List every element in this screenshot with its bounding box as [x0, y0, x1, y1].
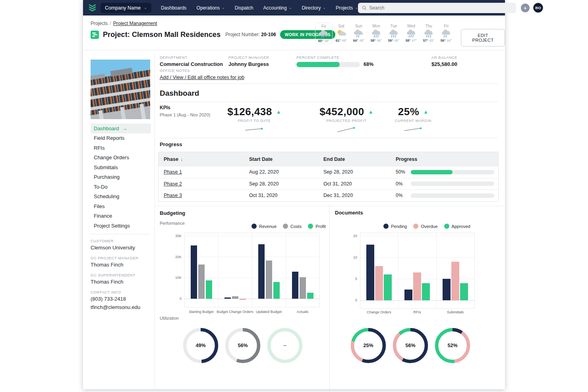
top-nav: Company Name ⌄ Dashboards Operations⌄ Di… — [83, 0, 505, 15]
sidebar-item-files[interactable]: Files — [91, 201, 151, 211]
ar-balance-value: $25,580.00 — [381, 61, 457, 67]
weather-sun-cloud-icon — [335, 29, 347, 38]
legend-overdue[interactable]: Overdue — [413, 224, 437, 229]
nav-dispatch[interactable]: Dispatch — [235, 5, 253, 11]
utilization-label: Utilization — [160, 316, 179, 321]
sidebar-item-to-do[interactable]: To-Do — [91, 182, 151, 192]
table-header-row: Phase↓ Start Date End Date Progress — [159, 152, 498, 166]
sidebar-item-change-orders[interactable]: Change Orders — [91, 153, 151, 163]
svg-text:10K: 10K — [175, 276, 182, 280]
weather-day: Sat61°48° — [333, 23, 350, 44]
performance-label: Performance — [160, 221, 185, 226]
project-icon — [91, 31, 99, 39]
kpi-sparkline — [403, 126, 424, 132]
progress-table: Phase↓ Start Date End Date Progress Phas… — [158, 152, 499, 202]
donut-chart: 56% — [391, 326, 429, 365]
sidebar-item-rfis[interactable]: RFIs — [91, 143, 151, 153]
search-box[interactable] — [358, 3, 516, 13]
customer-name: Clemson University — [91, 245, 153, 251]
sidebar-item-submittals[interactable]: Submittals — [91, 162, 151, 172]
nav-dashboards[interactable]: Dashboards — [161, 5, 187, 11]
breadcrumb: Projects/Project Management — [91, 21, 157, 26]
search-icon — [362, 6, 366, 10]
add-button[interactable]: + — [521, 4, 530, 12]
kpis-period: Phase 1 (Aug - Nov 2020) — [160, 112, 210, 117]
department-field: DEPARTMENTCommercial Construction — [160, 55, 223, 67]
budgeting-heading: Budgeting — [160, 210, 185, 216]
table-row: Phase 3 Oct 31, 2020 Dec 31, 2020 0% — [159, 189, 498, 201]
office-notes-link[interactable]: Add / View / Edit all office notes for j… — [160, 75, 244, 80]
legend-dot — [308, 224, 313, 229]
nav-directory[interactable]: Directory⌄ — [302, 5, 326, 11]
weather-strip: Fri65°48° Sat61°48° Sun64°48° Mon58°46° … — [315, 23, 455, 44]
budget-legend: Revenue Costs Profit — [251, 224, 326, 229]
project-number: Project Number: 20-106 — [225, 32, 276, 37]
legend-revenue[interactable]: Revenue — [251, 224, 277, 229]
sidebar-item-dashboard[interactable]: Dashboard→ — [91, 124, 151, 133]
contact-info-block: CONTACT INFO (803) 733-2418 tfinch@clems… — [91, 290, 153, 310]
svg-text:56%: 56% — [405, 343, 415, 348]
svg-text:Starting Budget: Starting Budget — [189, 310, 214, 314]
weather-day: Thu57°45° — [420, 23, 437, 44]
company-name: Company Name — [105, 5, 141, 11]
donut-chart: 52% — [433, 326, 472, 365]
ar-balance-field: AR BALANCE$25,580.00 — [381, 55, 457, 67]
kpi-current-margin: 25%▲ CURRENT MARGIN — [364, 106, 463, 133]
chevron-down-icon: ⌄ — [222, 6, 225, 10]
legend-profit[interactable]: Profit — [308, 224, 326, 229]
legend-dot — [383, 224, 389, 229]
phase-link[interactable]: Phase 1 — [164, 169, 182, 175]
sidebar-menu: Dashboard→ Field Reports RFIs Change Ord… — [91, 124, 151, 231]
row-progress-bar — [411, 170, 494, 174]
percent-complete-field: PERCENT COMPLETE 68% — [296, 55, 388, 67]
svg-text:10: 10 — [353, 255, 357, 259]
avatar[interactable]: BO — [533, 3, 543, 13]
table-row: Phase 1 Aug 22, 2020 Sep 28, 2020 50% — [159, 166, 498, 178]
company-menu[interactable]: Company Name ⌄ — [101, 3, 151, 13]
column-header-phase[interactable]: Phase↓ — [159, 156, 244, 162]
sidebar-item-field-reports[interactable]: Field Reports — [91, 133, 151, 143]
svg-text:Budget Change Orders: Budget Change Orders — [217, 310, 253, 314]
legend-costs[interactable]: Costs — [283, 224, 302, 229]
trend-up-icon: ▲ — [423, 109, 428, 115]
weather-day: Mon58°46° — [368, 23, 385, 44]
sidebar-item-finance[interactable]: Finance — [91, 211, 151, 221]
svg-text:Actuals: Actuals — [297, 310, 309, 314]
sidebar-item-project-settings[interactable]: Project Settings — [91, 221, 151, 231]
sidebar-item-purchasing[interactable]: Purchasing — [91, 172, 151, 182]
column-header-start-date: Start Date — [244, 156, 318, 162]
documents-status-chart: 051020Change OrdersRFIsSubmittals — [343, 230, 480, 316]
weather-day: Sun64°48° — [350, 23, 368, 44]
svg-text:0: 0 — [180, 297, 182, 301]
svg-text:20K: 20K — [175, 255, 182, 259]
nav-operations[interactable]: Operations⌄ — [197, 5, 225, 11]
breadcrumb-projects[interactable]: Projects — [91, 21, 108, 26]
weather-rain-2-icon — [440, 29, 452, 38]
phase-link[interactable]: Phase 3 — [164, 193, 182, 198]
svg-text:--: -- — [283, 343, 286, 348]
breadcrumb-project-management[interactable]: Project Management — [113, 21, 157, 26]
legend-dot — [283, 224, 288, 229]
nav-projects[interactable]: Projects⌄ — [336, 5, 358, 11]
chevron-down-icon: ⌄ — [323, 6, 326, 10]
sidebar-item-scheduling[interactable]: Scheduling — [91, 192, 151, 202]
svg-text:RFIs: RFIs — [414, 310, 421, 314]
svg-text:52%: 52% — [447, 343, 457, 348]
trend-up-icon: ▲ — [276, 109, 281, 115]
edit-project-button[interactable]: EDIT PROJECT — [461, 29, 505, 46]
gc-project-manager-block: GC PROJECT MANAGER Thomas Finch — [91, 256, 153, 268]
legend-pending[interactable]: Pending — [383, 224, 407, 229]
weather-rain-3-icon — [388, 29, 400, 38]
nav-accounting[interactable]: Accounting⌄ — [263, 5, 292, 11]
brand-logo-icon[interactable] — [88, 4, 97, 12]
legend-approved[interactable]: Approved — [444, 224, 470, 229]
svg-text:Change Orders: Change Orders — [367, 310, 391, 314]
page-title-row: Project: Clemson Mall Residences Project… — [91, 30, 335, 39]
search-input[interactable] — [369, 5, 512, 11]
contact-email: tfinch@clemsonu.edu — [91, 304, 153, 310]
legend-dot — [444, 224, 449, 229]
phase-link[interactable]: Phase 2 — [164, 181, 182, 187]
svg-text:25%: 25% — [363, 343, 373, 348]
kpi-profit-to-date: $126,438▲ PROFIT TO DATE — [205, 106, 304, 133]
weather-rain-2-icon — [318, 29, 330, 39]
